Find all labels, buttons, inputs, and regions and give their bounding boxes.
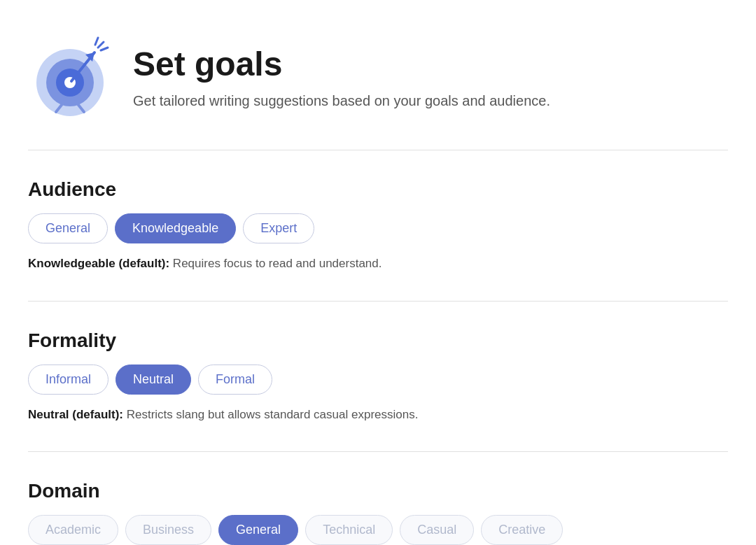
audience-label: Audience [28,178,728,201]
audience-button-group: General Knowledgeable Expert [28,213,728,243]
domain-label: Domain [28,480,728,502]
divider-3 [28,451,728,452]
audience-description: Knowledgeable (default): Requires focus … [28,255,728,273]
svg-line-8 [95,38,98,45]
page-container: Set goals Get tailored writing suggestio… [0,0,756,545]
page-subtitle: Get tailored writing suggestions based o… [133,91,550,111]
formality-label: Formality [28,330,728,352]
divider-2 [28,301,728,302]
domain-button-group: Academic Business General Technical Casu… [28,515,728,545]
domain-academic-button: Academic [28,515,118,545]
formality-neutral-button[interactable]: Neutral [115,364,191,395]
target-icon [28,35,112,122]
audience-description-bold: Knowledgeable (default): [28,257,169,270]
formality-description-rest: Restricts slang but allows standard casu… [123,408,418,421]
formality-description: Neutral (default): Restricts slang but a… [28,406,728,424]
header-text: Set goals Get tailored writing suggestio… [133,46,550,111]
audience-section: Audience General Knowledgeable Expert Kn… [28,157,728,294]
domain-creative-button: Creative [481,515,563,545]
domain-general-button[interactable]: General [218,515,298,545]
domain-technical-button: Technical [305,515,393,545]
svg-line-7 [101,48,108,50]
audience-general-button[interactable]: General [28,213,108,243]
svg-line-6 [98,42,104,48]
audience-description-rest: Requires focus to read and understand. [169,257,382,270]
audience-knowledgeable-button[interactable]: Knowledgeable [115,213,236,243]
formality-description-bold: Neutral (default): [28,408,123,421]
domain-business-button: Business [125,515,211,545]
header-section: Set goals Get tailored writing suggestio… [28,21,728,143]
formality-section: Formality Informal Neutral Formal Neutra… [28,309,728,445]
domain-section: Domain Academic Business General Technic… [28,459,728,545]
formality-button-group: Informal Neutral Formal [28,364,728,395]
page-title: Set goals [133,46,550,83]
domain-casual-button: Casual [400,515,474,545]
divider-1 [28,150,728,150]
audience-expert-button[interactable]: Expert [243,213,314,243]
formality-informal-button[interactable]: Informal [28,364,108,395]
formality-formal-button[interactable]: Formal [198,364,272,395]
